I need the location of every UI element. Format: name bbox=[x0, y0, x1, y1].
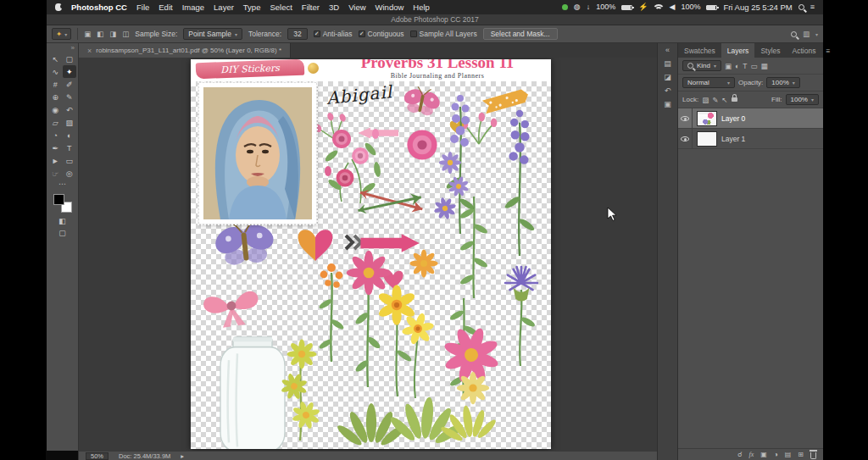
volume-icon[interactable]: ◀ bbox=[669, 3, 675, 11]
dodge-tool[interactable]: ◐ bbox=[63, 129, 77, 141]
shape-tool[interactable]: ▭ bbox=[63, 154, 77, 167]
document-tab[interactable]: × robinsampson_P31_L11_art01.pdf @ 50% (… bbox=[79, 43, 291, 58]
search-icon[interactable] bbox=[791, 31, 797, 37]
zoom-level-field[interactable]: 50% bbox=[86, 452, 108, 460]
wifi-icon[interactable] bbox=[654, 4, 663, 11]
zoom-tool[interactable]: ◎ bbox=[63, 167, 77, 180]
menu-window[interactable]: Window bbox=[376, 3, 404, 12]
notification-center-icon[interactable]: ≡ bbox=[810, 3, 815, 11]
link-layers-icon[interactable]: ☌ bbox=[737, 451, 742, 458]
anti-alias-checkbox[interactable]: Anti-alias bbox=[314, 30, 353, 38]
quick-mask-icon[interactable]: ◧ bbox=[47, 215, 78, 227]
delete-layer-icon[interactable] bbox=[810, 452, 816, 459]
menu-3d[interactable]: 3D bbox=[329, 3, 339, 12]
menu-image[interactable]: Image bbox=[182, 3, 204, 12]
expand-panels-icon[interactable]: « bbox=[665, 46, 670, 54]
layer-effects-icon[interactable]: fx bbox=[749, 451, 754, 458]
brush-tool[interactable]: ✎ bbox=[63, 91, 77, 103]
menu-layer[interactable]: Layer bbox=[214, 3, 234, 12]
pen-tool[interactable]: ✒ bbox=[48, 141, 63, 154]
type-tool[interactable]: T bbox=[63, 141, 77, 154]
menu-help[interactable]: Help bbox=[413, 3, 430, 12]
select-and-mask-button[interactable]: Select and Mask... bbox=[483, 28, 558, 40]
lock-transparency-icon[interactable]: ▨ bbox=[702, 96, 709, 104]
eraser-tool[interactable]: ▱ bbox=[48, 116, 63, 129]
filter-kind-dropdown[interactable]: Kind ▾ bbox=[682, 60, 721, 71]
menu-file[interactable]: File bbox=[136, 3, 149, 12]
menu-select[interactable]: Select bbox=[270, 3, 292, 12]
tolerance-input[interactable]: 32 bbox=[287, 28, 307, 40]
new-layer-icon[interactable]: ⊞ bbox=[798, 451, 804, 458]
download-arrow-icon[interactable]: ↓ bbox=[587, 3, 591, 11]
menu-app-name[interactable]: Photoshop CC bbox=[71, 3, 127, 12]
history-panel-icon[interactable]: ↶ bbox=[665, 86, 671, 95]
menu-view[interactable]: View bbox=[348, 3, 365, 12]
power-icon[interactable]: ⚡ bbox=[638, 3, 648, 11]
filter-adjustment-icon[interactable]: ◐ bbox=[735, 62, 739, 70]
add-mask-icon[interactable]: ▣ bbox=[760, 451, 767, 458]
tab-actions[interactable]: Actions bbox=[787, 43, 822, 58]
menu-type[interactable]: Type bbox=[243, 3, 261, 12]
tab-swatches[interactable]: Swatches bbox=[678, 43, 721, 58]
filter-pixel-icon[interactable]: ▣ bbox=[725, 62, 732, 70]
properties-panel-icon[interactable]: ◪ bbox=[664, 73, 671, 81]
tab-styles[interactable]: Styles bbox=[754, 43, 786, 58]
move-tool[interactable]: ↖ bbox=[48, 53, 63, 65]
lock-pixels-icon[interactable]: ✎ bbox=[712, 96, 718, 104]
spotlight-search-icon[interactable] bbox=[798, 4, 804, 10]
blur-tool[interactable]: ◔ bbox=[48, 129, 63, 141]
menu-clock[interactable]: Fri Aug 25 5:24 PM bbox=[723, 3, 792, 12]
layer-name[interactable]: Layer 1 bbox=[721, 135, 745, 143]
visibility-toggle[interactable] bbox=[678, 108, 693, 128]
marquee-tool[interactable]: ▢ bbox=[63, 53, 77, 65]
layer-row-1[interactable]: Layer 1 bbox=[678, 129, 823, 149]
intersect-selection-icon[interactable]: ◫ bbox=[122, 30, 129, 38]
filter-shape-icon[interactable]: ▭ bbox=[750, 62, 757, 70]
lock-all-icon[interactable] bbox=[732, 97, 737, 102]
tab-layers[interactable]: Layers bbox=[721, 43, 755, 58]
layer-name[interactable]: Layer 0 bbox=[721, 114, 745, 123]
contiguous-checkbox[interactable]: Contiguous bbox=[359, 30, 404, 38]
sample-size-dropdown[interactable]: Point Sample ▾ bbox=[183, 28, 242, 40]
lock-position-icon[interactable]: ↖ bbox=[721, 96, 727, 104]
libraries-panel-icon[interactable]: ▣ bbox=[664, 100, 671, 108]
layer-thumbnail[interactable] bbox=[697, 111, 717, 126]
sample-all-layers-checkbox[interactable]: Sample All Layers bbox=[410, 30, 477, 38]
status-popup-icon[interactable]: ▸ bbox=[181, 452, 184, 460]
foreground-color-swatch[interactable] bbox=[53, 194, 64, 205]
healing-brush-tool[interactable]: ⊕ bbox=[48, 91, 63, 103]
layer-row-0[interactable]: Layer 0 bbox=[678, 108, 823, 129]
panel-menu-icon[interactable]: ≡ bbox=[821, 43, 834, 58]
visibility-toggle[interactable] bbox=[678, 129, 693, 148]
keyboard-battery-icon[interactable] bbox=[621, 5, 632, 10]
close-tab-icon[interactable]: × bbox=[87, 47, 92, 55]
add-selection-icon[interactable]: ◧ bbox=[97, 30, 103, 38]
edit-toolbar-icon[interactable]: ⋯ bbox=[47, 180, 78, 190]
crop-tool[interactable]: # bbox=[48, 78, 63, 91]
tool-preset-dropdown[interactable]: ✦ ▾ bbox=[52, 28, 71, 40]
clone-stamp-tool[interactable]: ◉ bbox=[48, 103, 63, 116]
menu-extra-2-icon[interactable]: ◍ bbox=[574, 3, 581, 11]
canvas-area[interactable]: DIY Stickers Proverbs 31 Lesson 11 Bible… bbox=[79, 58, 657, 451]
menu-filter[interactable]: Filter bbox=[302, 3, 320, 12]
workspace-icon[interactable]: ▥ bbox=[803, 30, 810, 38]
new-group-icon[interactable]: ▤ bbox=[785, 451, 792, 458]
collapse-toolbar-icon[interactable]: » bbox=[47, 43, 78, 53]
adjustment-layer-icon[interactable]: ◑ bbox=[774, 451, 778, 458]
history-brush-tool[interactable]: ↶ bbox=[63, 103, 77, 116]
lasso-tool[interactable]: ∿ bbox=[48, 65, 63, 78]
subtract-selection-icon[interactable]: ◨ bbox=[109, 30, 116, 38]
fill-field[interactable]: 100% ▾ bbox=[786, 94, 819, 105]
filter-type-icon[interactable]: T bbox=[743, 62, 747, 70]
new-selection-icon[interactable]: ▣ bbox=[84, 30, 91, 38]
apple-icon[interactable] bbox=[55, 3, 62, 11]
filter-smart-object-icon[interactable]: ▦ bbox=[760, 62, 767, 70]
menu-extra-icon[interactable] bbox=[562, 4, 568, 10]
layer-thumbnail[interactable] bbox=[697, 131, 717, 147]
color-panel-icon[interactable]: ▤ bbox=[664, 59, 671, 68]
blend-mode-dropdown[interactable]: Normal ▾ bbox=[682, 77, 735, 88]
chevron-down-icon[interactable]: ▾ bbox=[815, 31, 818, 37]
magic-wand-tool[interactable]: ✦ bbox=[63, 65, 77, 78]
eyedropper-tool[interactable]: ✐ bbox=[63, 78, 77, 91]
opacity-field[interactable]: 100% ▾ bbox=[766, 77, 799, 88]
